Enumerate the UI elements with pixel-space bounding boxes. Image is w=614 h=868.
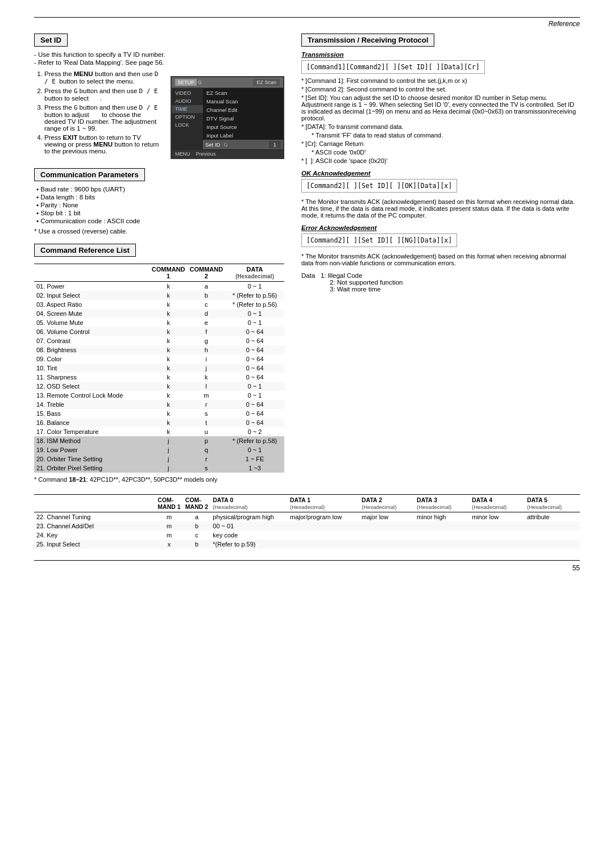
ext-row-d1 xyxy=(288,531,359,540)
ext-row-name: 23. Channel Add/Del xyxy=(34,521,155,531)
ext-row-d2 xyxy=(359,521,414,531)
ext-row-d1 xyxy=(288,521,359,531)
data-val: 0 ~ 1 xyxy=(225,282,284,291)
cmd2-val: g xyxy=(187,336,225,345)
comm-param-3: Parity : None xyxy=(36,202,284,208)
cmd-name: 04. Screen Mute xyxy=(34,309,150,318)
ext-col-d3: DATA 3(Hexadecimal) xyxy=(414,495,470,512)
transmission-code: [Command1][Command2][ ][Set ID][ ][Data]… xyxy=(301,60,485,74)
set-id-steps: Press the MENU button and then use D / E… xyxy=(34,70,164,157)
data-label: Data xyxy=(301,272,319,279)
ext-col-d5: DATA 5(Hexadecimal) xyxy=(525,495,580,512)
cmd-footnote: * Command 18–21: 42PC1D**, 42PC3D**, 50P… xyxy=(34,476,284,483)
table-row: 14. Treble k r 0 ~ 64 xyxy=(34,400,284,409)
cmd-name: 13. Remote Control Lock Mode xyxy=(34,391,150,400)
data-val: 0 ~ 64 xyxy=(225,373,284,382)
error-ack-block: Error Acknowledgement [Command2][ ][Set … xyxy=(301,224,580,266)
cmd-name: 15. Bass xyxy=(34,409,150,418)
table-row: 02. Input Select k b * (Refer to p.56) xyxy=(34,291,284,300)
cmd2-val: e xyxy=(187,318,225,327)
tn-5: [Cr]: Carriage Return xyxy=(301,140,580,147)
table-row: 25. Input Select x b *(Refer to p.59) xyxy=(34,540,580,549)
ext-row-d5 xyxy=(525,521,580,531)
table-row: 21. Orbiter Pixel Setting j s 1 ~3 xyxy=(34,464,284,473)
ext-row-cmd2: a xyxy=(183,512,210,522)
cmd1-val: k xyxy=(150,391,188,400)
ext-row-d0: key code xyxy=(210,531,288,540)
cmd-name: 16. Balance xyxy=(34,418,150,427)
table-row: 10. Tint k j 0 ~ 64 xyxy=(34,364,284,373)
comm-note: * Use a crossed (reverse) cable. xyxy=(34,228,284,235)
cmd-name: 18. ISM Method xyxy=(34,436,150,445)
cmd-name: 02. Input Select xyxy=(34,291,150,300)
table-row: 16. Balance k t 0 ~ 64 xyxy=(34,418,284,427)
cmd2-val: u xyxy=(187,427,225,436)
data-val: 0 ~ 64 xyxy=(225,364,284,373)
table-row: 22. Channel Tuning m a physical/program … xyxy=(34,512,580,522)
cmd2-val: s xyxy=(187,464,225,473)
data-val: 1 ~3 xyxy=(225,464,284,473)
comm-params-list: Baud rate : 9600 bps (UART) Data length … xyxy=(34,186,284,224)
cmd-name: 01. Power xyxy=(34,282,150,291)
table-row: 19. Low Power j q 0 ~ 1 xyxy=(34,445,284,454)
cmd1-val: k xyxy=(150,309,188,318)
data-item-2: 2: Not supported function xyxy=(301,279,403,286)
tv-menu-mockup: SETUP G EZ Scan VIDEO AUDIO TIME OPTION … xyxy=(171,76,284,159)
tn-6: [ ]: ASCII code 'space (0x20)' xyxy=(301,157,580,164)
ext-table: COM-MAND 1 COM-MAND 2 DATA 0(Hexadecimal… xyxy=(34,494,580,549)
table-row: 07. Contrast k g 0 ~ 64 xyxy=(34,336,284,345)
table-row: 11. Sharpness k k 0 ~ 64 xyxy=(34,373,284,382)
cmd-table: COMMAND 1 COMMAND 2 DATA (Hexadecimal) 0… xyxy=(34,264,284,473)
data-val: * (Refer to p.58) xyxy=(225,436,284,445)
ext-row-d5 xyxy=(525,531,580,540)
cmd2-val: h xyxy=(187,345,225,354)
data-item-1: 1: Illegal Code xyxy=(321,272,363,279)
col-header-cmd1: COMMAND 1 xyxy=(150,264,188,282)
ext-row-d0: *(Refer to p.59) xyxy=(210,540,288,549)
cmd1-val: k xyxy=(150,345,188,354)
cmd2-val: b xyxy=(187,291,225,300)
data-val: 0 ~ 64 xyxy=(225,418,284,427)
cmd2-val: r xyxy=(187,400,225,409)
cmd-name: 20. Orbiter Time Setting xyxy=(34,454,150,464)
ext-col-name xyxy=(34,495,155,512)
comm-title: Communication Parameters xyxy=(34,168,145,181)
cmd2-val: q xyxy=(187,445,225,454)
ext-row-d0: 00 ~ 01 xyxy=(210,521,288,531)
ext-row-name: 25. Input Select xyxy=(34,540,155,549)
cmd2-val: s xyxy=(187,409,225,418)
cmd2-val: k xyxy=(187,373,225,382)
ext-row-d4 xyxy=(470,531,525,540)
setup-label: SETUP xyxy=(175,79,197,86)
step-2: Press the G button and then use D / E bu… xyxy=(44,87,164,102)
ext-row-d3 xyxy=(414,531,470,540)
cmd2-val: c xyxy=(187,300,225,309)
ext-col-cmd2: COM-MAND 2 xyxy=(183,495,210,512)
cmd2-val: m xyxy=(187,391,225,400)
table-row: 01. Power k a 0 ~ 1 xyxy=(34,282,284,291)
cmd1-val: k xyxy=(150,336,188,345)
cmd-name: 09. Color xyxy=(34,354,150,364)
page-number: 55 xyxy=(34,564,580,572)
cmd-name: 06. Volume Control xyxy=(34,327,150,336)
protocol-section: Transmission / Receiving Protocol Transm… xyxy=(301,34,580,293)
data-val: 0 ~ 64 xyxy=(225,409,284,418)
table-row: 06. Volume Control k f 0 ~ 64 xyxy=(34,327,284,336)
comm-param-2: Data length : 8 bits xyxy=(36,194,284,201)
ext-row-cmd2: b xyxy=(183,521,210,531)
ok-ack-code: [Command2][ ][Set ID][ ][OK][Data][x] xyxy=(301,179,457,193)
ext-col-d1: DATA 1(Hexadecimal) xyxy=(288,495,359,512)
ext-row-cmd1: m xyxy=(155,512,182,522)
transmission-notes: [Command 1]: First command to control th… xyxy=(301,77,580,164)
cmd2-val: l xyxy=(187,382,225,391)
cmd1-val: k xyxy=(150,382,188,391)
cmd-name: 08. Brightness xyxy=(34,345,150,354)
cmd1-val: k xyxy=(150,418,188,427)
tn-4b: Transmit 'FF' data to read status of com… xyxy=(301,132,580,139)
comm-param-4: Stop bit : 1 bit xyxy=(36,210,284,216)
ext-row-d2 xyxy=(359,540,414,549)
cmd-name: 05. Volume Mute xyxy=(34,318,150,327)
tn-1: [Command 1]: First command to control th… xyxy=(301,77,580,84)
error-ack-code: [Command2][ ][Set ID][ ][NG][Data][x] xyxy=(301,233,457,247)
set-id-bullets: Use this function to specify a TV ID num… xyxy=(34,51,284,66)
